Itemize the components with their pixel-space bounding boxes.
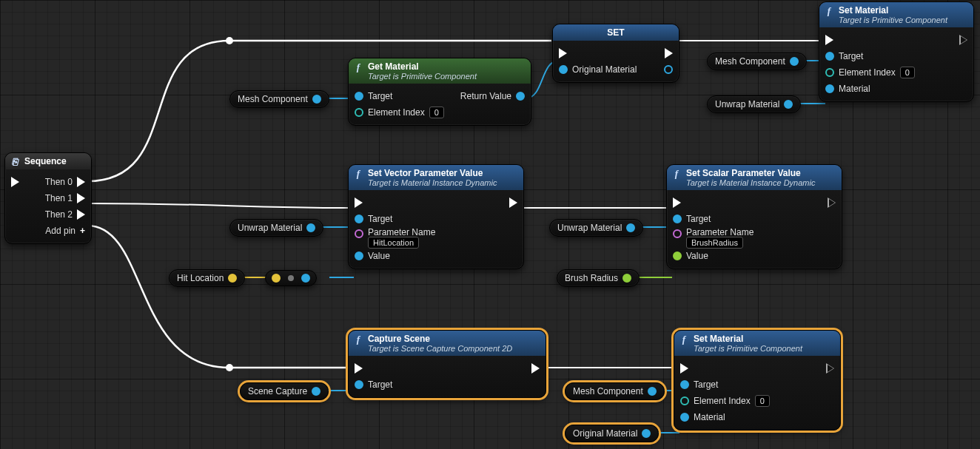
var-original-material-pin[interactable] xyxy=(642,429,651,438)
then1-exec[interactable] xyxy=(77,193,85,203)
svp-value-label: Value xyxy=(368,251,390,261)
conversion-node[interactable] xyxy=(265,270,317,286)
get-material-elemidx-pin[interactable] xyxy=(355,108,363,117)
get-material-elemidx-val[interactable]: 0 xyxy=(429,107,444,118)
var-unwrap-material-1[interactable]: Unwrap Material xyxy=(707,95,801,113)
set-node[interactable]: SET Original Material xyxy=(552,24,679,83)
get-material-target-pin[interactable] xyxy=(355,92,363,101)
ssp-value-pin[interactable] xyxy=(673,251,682,260)
sm2-elemidx-val[interactable]: 0 xyxy=(755,395,770,407)
set-vector-param-node[interactable]: f Set Vector Parameter Value Target is M… xyxy=(348,164,524,269)
sm2-exec-in[interactable] xyxy=(680,363,688,374)
conv-mid-icon xyxy=(288,275,294,281)
set-material-2-node[interactable]: f Set Material Target is Primitive Compo… xyxy=(674,330,841,431)
ssp-paramname-pin[interactable] xyxy=(673,229,682,238)
var-unwrap-material-3-pin[interactable] xyxy=(626,223,635,232)
svp-paramname-val[interactable]: HitLocation xyxy=(368,237,419,249)
var-original-material-label: Original Material xyxy=(573,428,637,439)
function-icon: f xyxy=(353,169,363,179)
sequence-title: ⎘ Sequence xyxy=(5,153,91,169)
cs-target-label: Target xyxy=(368,379,392,390)
sm2-exec-out[interactable] xyxy=(826,363,834,374)
var-unwrap-material-1-pin[interactable] xyxy=(784,100,793,109)
cs-exec-out[interactable] xyxy=(531,363,540,374)
then2-exec[interactable] xyxy=(77,209,85,220)
var-scene-capture-label: Scene Capture xyxy=(248,386,307,396)
set-out-pin[interactable] xyxy=(664,65,673,74)
var-original-material[interactable]: Original Material xyxy=(565,425,659,442)
sm1-elemidx-label: Element Index xyxy=(839,67,896,78)
conv-in-pin[interactable] xyxy=(272,274,281,283)
cs-exec-in[interactable] xyxy=(355,363,363,374)
var-mesh-component-2-label: Mesh Component xyxy=(715,56,785,67)
var-scene-capture-pin[interactable] xyxy=(312,387,320,396)
sequence-node[interactable]: ⎘ Sequence Then 0 Then 1 Then 2 Add pin … xyxy=(4,152,92,244)
set-title-text: SET xyxy=(607,27,624,38)
get-material-node[interactable]: f Get Material Target is Primitive Compo… xyxy=(348,58,531,126)
ssp-paramname-label: Parameter Name xyxy=(686,227,754,237)
var-brush-radius[interactable]: Brush Radius xyxy=(557,269,640,287)
sm2-target-pin[interactable] xyxy=(680,380,689,389)
ssp-value-label: Value xyxy=(686,251,708,261)
svp-exec-out[interactable] xyxy=(509,198,517,208)
sm2-target-label: Target xyxy=(694,379,718,390)
function-icon: f xyxy=(671,169,682,179)
set-origmat-label: Original Material xyxy=(572,64,637,75)
then1-label: Then 1 xyxy=(45,193,73,203)
set-scalar-param-node[interactable]: f Set Scalar Parameter Value Target is M… xyxy=(666,164,842,269)
sm1-target-pin[interactable] xyxy=(825,52,834,61)
set-title: SET xyxy=(553,24,679,41)
svp-subtitle: Target is Material Instance Dynamic xyxy=(368,178,517,187)
var-unwrap-material-3-label: Unwrap Material xyxy=(557,223,622,233)
svp-title-text: Set Vector Parameter Value xyxy=(368,168,483,178)
set-exec-out[interactable] xyxy=(665,48,673,58)
sm1-elemidx-pin[interactable] xyxy=(825,68,834,77)
ssp-target-pin[interactable] xyxy=(673,215,682,223)
cs-target-pin[interactable] xyxy=(355,380,363,389)
get-material-return-pin[interactable] xyxy=(516,92,525,101)
var-scene-capture[interactable]: Scene Capture xyxy=(240,382,329,400)
sm2-elemidx-pin[interactable] xyxy=(680,396,689,405)
conv-out-pin[interactable] xyxy=(301,274,310,283)
sm1-exec-in[interactable] xyxy=(825,35,833,45)
set-origmat-pin-in[interactable] xyxy=(559,65,568,74)
var-unwrap-material-3[interactable]: Unwrap Material xyxy=(549,219,643,237)
var-unwrap-material-2-pin[interactable] xyxy=(306,223,315,232)
ssp-exec-in[interactable] xyxy=(673,198,681,208)
svp-exec-in[interactable] xyxy=(355,198,363,208)
var-mesh-component-3-label: Mesh Component xyxy=(573,386,643,396)
svp-paramname-pin[interactable] xyxy=(355,229,363,238)
var-brush-radius-pin[interactable] xyxy=(622,274,631,283)
sm1-elemidx-val[interactable]: 0 xyxy=(900,67,915,78)
capture-scene-node[interactable]: f Capture Scene Target is Scene Capture … xyxy=(348,330,546,398)
var-mesh-component-2-pin[interactable] xyxy=(790,57,799,66)
var-mesh-component-2[interactable]: Mesh Component xyxy=(707,53,807,70)
svp-title: f Set Vector Parameter Value Target is M… xyxy=(349,165,523,190)
svp-target-pin[interactable] xyxy=(355,215,363,223)
var-mesh-component-1-pin[interactable] xyxy=(312,95,321,104)
var-mesh-component-3-pin[interactable] xyxy=(648,387,657,396)
var-mesh-component-1[interactable]: Mesh Component xyxy=(229,90,329,108)
ssp-exec-out[interactable] xyxy=(828,198,836,208)
plus-icon[interactable]: + xyxy=(80,226,85,236)
function-icon: f xyxy=(353,334,363,345)
sm2-material-pin[interactable] xyxy=(680,413,689,422)
addpin-label: Add pin xyxy=(45,226,75,236)
ssp-paramname-val[interactable]: BrushRadius xyxy=(686,237,743,249)
var-unwrap-material-2[interactable]: Unwrap Material xyxy=(229,219,323,237)
function-icon: f xyxy=(679,334,689,345)
set-material-1-node[interactable]: f Set Material Target is Primitive Compo… xyxy=(819,1,974,102)
set-exec-in[interactable] xyxy=(559,48,567,58)
var-mesh-component-1-label: Mesh Component xyxy=(238,94,308,104)
var-unwrap-material-1-label: Unwrap Material xyxy=(715,99,779,109)
var-mesh-component-3[interactable]: Mesh Component xyxy=(565,382,665,400)
exec-in[interactable] xyxy=(11,177,19,187)
get-material-target-label: Target xyxy=(368,91,392,101)
svp-value-pin[interactable] xyxy=(355,251,363,260)
var-hit-location[interactable]: Hit Location xyxy=(169,269,245,287)
var-hit-location-pin[interactable] xyxy=(228,274,237,283)
then0-exec[interactable] xyxy=(77,177,85,187)
sm1-material-pin[interactable] xyxy=(825,84,834,93)
then0-label: Then 0 xyxy=(45,177,73,187)
sm1-exec-out[interactable] xyxy=(959,35,967,45)
